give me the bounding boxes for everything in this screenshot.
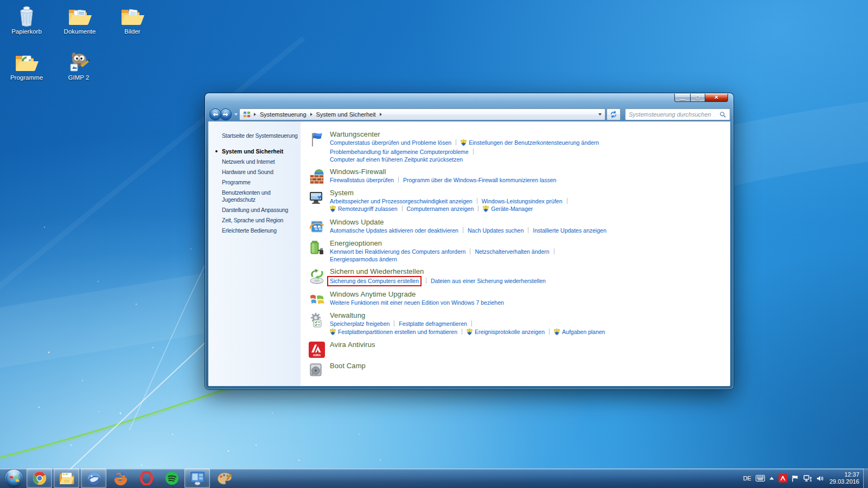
divider xyxy=(471,320,472,326)
backup-icon xyxy=(309,268,325,285)
section-wartungscenter: WartungscenterComputerstatus überprüfen … xyxy=(309,130,730,164)
network-icon[interactable] xyxy=(803,475,812,482)
taskbar-chrome-button[interactable] xyxy=(27,468,52,488)
link-festplattenpartitionen-erstellen-und-formatieren[interactable]: Festplattenpartitionen erstellen und for… xyxy=(338,329,457,335)
link-nach-updates-suchen[interactable]: Nach Updates suchen xyxy=(468,227,524,234)
link-netzschalterverhalten-ndern[interactable]: Netzschalterverhalten ändern xyxy=(475,248,549,255)
refresh-button[interactable] xyxy=(607,108,621,120)
link-weitere-funktionen-mit-einer-neuen-edition-von-windows-7-beziehen[interactable]: Weitere Funktionen mit einer neuen Editi… xyxy=(330,299,504,306)
link-windows-leistungsindex-pr-fen[interactable]: Windows-Leistungsindex prüfen xyxy=(482,198,563,204)
volume-icon[interactable] xyxy=(816,475,824,482)
link-ereignisprotokolle-anzeigen[interactable]: Ereignisprotokolle anzeigen xyxy=(475,329,545,335)
breadcrumb-dropdown-icon[interactable] xyxy=(598,113,602,115)
desktop-icon-papierkorb[interactable]: Papierkorb xyxy=(4,4,49,35)
link-energiesparmodus-ndern[interactable]: Energiesparmodus ändern xyxy=(330,256,397,262)
divider xyxy=(478,206,478,211)
link-programm-ber-die-windows-firewall-kommunizieren-lassen[interactable]: Programm über die Windows-Firewall kommu… xyxy=(403,177,556,183)
link-dateien-aus-einer-sicherung-wiederherstellen[interactable]: Dateien aus einer Sicherung wiederherste… xyxy=(431,278,546,284)
divider xyxy=(477,198,477,204)
taskbar-paint-button[interactable] xyxy=(212,468,237,488)
admin-icon xyxy=(309,312,325,329)
desktop-icon-bilder[interactable]: Bilder xyxy=(110,4,155,35)
link-arbeitsspeicher-und-prozessorgeschwindigkeit-anzeigen[interactable]: Arbeitsspeicher und Prozessorgeschwindig… xyxy=(330,198,473,204)
taskbar-spotify-button[interactable] xyxy=(159,468,184,488)
link-row: Weitere Funktionen mit einer neuen Editi… xyxy=(330,299,730,307)
link-einstellungen-der-benutzerkontensteuerung-ndern[interactable]: Einstellungen der Benutzerkontensteuerun… xyxy=(469,139,599,146)
link-problembehandlung-f-r-allgemeine-computerprobleme[interactable]: Problembehandlung für allgemeine Compute… xyxy=(330,149,469,155)
sidebar-home-link[interactable]: Startseite der Systemsteuerung xyxy=(222,132,299,139)
taskbar-opera-button[interactable] xyxy=(133,468,159,488)
breadcrumb-systemsteuerung[interactable]: Systemsteuerung xyxy=(257,111,309,118)
bootcamp-icon xyxy=(309,363,325,379)
start-button[interactable] xyxy=(5,470,23,487)
firewall-icon xyxy=(309,169,325,185)
link-row: Kennwort bei Reaktivierung des Computers… xyxy=(330,248,730,256)
desktop-icon-dokumente[interactable]: Dokumente xyxy=(57,4,103,35)
sidebar-item-system-und-sicherheit[interactable]: System und Sicherheit xyxy=(222,148,299,155)
back-button[interactable] xyxy=(209,108,221,120)
navigation-bar: Systemsteuerung System und Sicherheit Sy… xyxy=(208,107,730,121)
maximize-button[interactable]: ▢ xyxy=(690,94,705,102)
link-row: Energiesparmodus ändern xyxy=(330,255,730,264)
sidebar-item-hardware-und-sound[interactable]: Hardware und Sound xyxy=(222,169,299,176)
divider xyxy=(456,139,456,145)
close-button[interactable]: ✕ xyxy=(705,94,728,102)
avira-tray-icon[interactable] xyxy=(778,474,787,483)
clock[interactable]: 12:37 29.03.2016 xyxy=(829,471,859,485)
sidebar-item-darstellung-und-anpassung[interactable]: Darstellung und Anpassung xyxy=(222,207,299,214)
section-windows-anytime-upgrade: Windows Anytime UpgradeWeitere Funktione… xyxy=(309,290,730,307)
recent-pages-dropdown-icon[interactable] xyxy=(234,113,238,115)
minimize-button[interactable]: — xyxy=(674,94,690,102)
link-aufgaben-planen[interactable]: Aufgaben planen xyxy=(562,329,605,335)
link-firewallstatus-berpr-fen[interactable]: Firewallstatus überprüfen xyxy=(330,177,394,183)
uac-shield-icon xyxy=(554,329,560,337)
link-computernamen-anzeigen[interactable]: Computernamen anzeigen xyxy=(407,206,474,212)
link-sicherung-des-computers-erstellen[interactable]: Sicherung des Computers erstellen xyxy=(330,278,419,284)
svg-text:AVIRA: AVIRA xyxy=(313,354,321,357)
divider xyxy=(462,329,462,335)
search-box[interactable]: Systemsteuerung durchsuchen xyxy=(625,108,730,120)
link-remotezugriff-zulassen[interactable]: Remotezugriff zulassen xyxy=(338,206,398,212)
taskbar-firefox-button[interactable] xyxy=(108,468,133,488)
sidebar-item-zeit-sprache-und-region[interactable]: Zeit, Sprache und Region xyxy=(222,217,299,224)
desktop-icon-gimp-2[interactable]: GIMP 2 xyxy=(56,50,101,81)
section-title-windows-anytime-upgrade[interactable]: Windows Anytime Upgrade xyxy=(330,290,730,298)
link-ger-te-manager[interactable]: Geräte-Manager xyxy=(491,206,533,212)
section-title-windows-firewall[interactable]: Windows-Firewall xyxy=(330,168,730,176)
link-speicherplatz-freigeben[interactable]: Speicherplatz freigeben xyxy=(330,320,390,327)
link-kennwort-bei-reaktivierung-des-computers-anfordern[interactable]: Kennwort bei Reaktivierung des Computers… xyxy=(330,248,465,255)
link-automatische-updates-aktivieren-oder-deaktivieren[interactable]: Automatische Updates aktivieren oder dea… xyxy=(330,227,458,234)
keyboard-icon[interactable] xyxy=(756,475,765,481)
forward-button[interactable] xyxy=(220,108,232,120)
taskbar-explorer-button[interactable] xyxy=(54,468,79,488)
link-computerstatus-berpr-fen-und-probleme-l-sen[interactable]: Computerstatus überprüfen und Probleme l… xyxy=(330,139,451,146)
section-title-windows-update[interactable]: Windows Update xyxy=(330,218,730,226)
show-hidden-icons-chevron[interactable] xyxy=(769,477,774,480)
section-title-energieoptionen[interactable]: Energieoptionen xyxy=(330,239,730,247)
breadcrumb-arrow-icon xyxy=(310,113,312,116)
taskbar-thunderbird-button[interactable] xyxy=(81,468,106,488)
action-center-flag-icon[interactable] xyxy=(792,475,799,482)
section-title-boot-camp[interactable]: Boot Camp xyxy=(330,362,730,370)
sidebar-item-programme[interactable]: Programme xyxy=(222,179,299,186)
sidebar-item-benutzerkonten-und-jugendschutz[interactable]: Benutzerkonten und Jugendschutz xyxy=(222,189,299,203)
search-icon[interactable] xyxy=(719,111,726,118)
link-computer-auf-einen-fr-heren-zeitpunkt-zur-cksetzen[interactable]: Computer auf einen früheren Zeitpunkt zu… xyxy=(330,156,463,163)
control-panel-window: — ▢ ✕ Systemsteuerung System und Sicherh… xyxy=(205,93,733,389)
section-title-wartungscenter[interactable]: Wartungscenter xyxy=(330,130,730,138)
taskbar-display-button[interactable] xyxy=(184,468,210,488)
sidebar-item-erleichterte-bedienung[interactable]: Erleichterte Bedienung xyxy=(222,227,299,234)
section-title-system[interactable]: System xyxy=(330,189,730,197)
section-title-avira-antivirus[interactable]: Avira Antivirus xyxy=(330,341,730,349)
link-installierte-updates-anzeigen[interactable]: Installierte Updates anzeigen xyxy=(533,227,606,234)
sidebar-item-netzwerk-und-internet[interactable]: Netzwerk und Internet xyxy=(222,158,299,165)
desktop-icon-programme[interactable]: Programme xyxy=(4,50,49,81)
control-panel-icon xyxy=(243,111,251,118)
show-desktop-button[interactable] xyxy=(863,468,868,488)
breadcrumb-system-und-sicherheit[interactable]: System und Sicherheit xyxy=(314,111,379,118)
language-indicator[interactable]: DE xyxy=(743,475,751,481)
section-title-sichern-und-wiederherstellen[interactable]: Sichern und Wiederherstellen xyxy=(330,267,730,275)
breadcrumb[interactable]: Systemsteuerung System und Sicherheit xyxy=(239,108,605,120)
link-festplatte-defragmentieren[interactable]: Festplatte defragmentieren xyxy=(399,320,467,327)
section-title-verwaltung[interactable]: Verwaltung xyxy=(330,311,730,319)
